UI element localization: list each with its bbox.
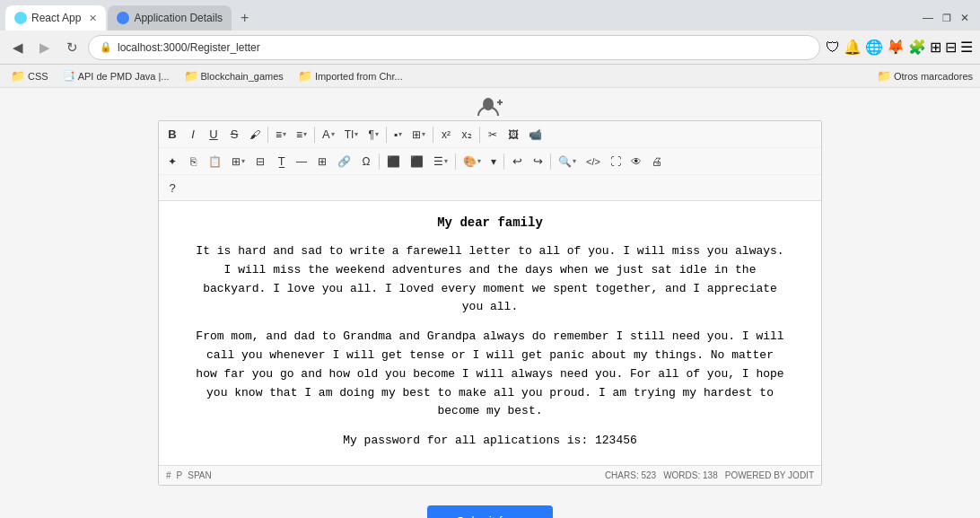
image-button[interactable]: 🖼 bbox=[503, 125, 523, 145]
video-button[interactable]: 📹 bbox=[524, 125, 547, 145]
special-chars-button[interactable]: Ω bbox=[356, 152, 376, 171]
col-chevron: ▾ bbox=[422, 130, 425, 138]
unordered-list-dropdown[interactable]: ≡▾ bbox=[271, 125, 291, 145]
react-favicon bbox=[14, 12, 27, 24]
tab-react[interactable]: React App ✕ bbox=[5, 5, 106, 31]
bookmark-blockchain[interactable]: 📁 Blockchain_games bbox=[180, 67, 287, 84]
help-button[interactable]: ? bbox=[162, 178, 182, 198]
fullscreen-button[interactable]: ⛶ bbox=[606, 152, 626, 171]
align-dropdown[interactable]: ☰▾ bbox=[429, 152, 452, 171]
forward-button[interactable]: ▶ bbox=[34, 37, 56, 58]
puzzle-icon: 🧩 bbox=[908, 39, 926, 56]
toolbar-sep-r1 bbox=[379, 154, 380, 170]
browser-window: React App ✕ Application Details + — ❐ ✕ … bbox=[0, 0, 980, 518]
folder-blockchain-icon: 📁 bbox=[184, 69, 198, 83]
hr-button[interactable]: — bbox=[292, 152, 311, 171]
submit-area: Submit form bbox=[0, 495, 980, 518]
letter-paragraph-1: It is hard and sad to write a farewell l… bbox=[195, 242, 785, 317]
strikethrough-button[interactable]: S bbox=[224, 125, 244, 145]
columns-dropdown[interactable]: ⊞▾ bbox=[407, 125, 430, 145]
folder-other-icon: 📁 bbox=[877, 69, 891, 83]
indent-right-button[interactable]: ⬛ bbox=[406, 152, 428, 171]
fill-color-dropdown[interactable]: 🎨▾ bbox=[459, 152, 486, 171]
paragraph-dropdown[interactable]: ¶▾ bbox=[363, 125, 382, 145]
tbl-chevron: ▾ bbox=[241, 157, 245, 165]
status-right: CHARS: 523 WORDS: 138 POWERED BY JODIT bbox=[605, 470, 814, 480]
editor-body[interactable]: My dear family It is hard and sad to wri… bbox=[159, 201, 821, 465]
bookmark-imported[interactable]: 📁 Imported from Chr... bbox=[294, 67, 407, 84]
font-size-dropdown[interactable]: TI▾ bbox=[340, 125, 363, 145]
back-button[interactable]: ◀ bbox=[7, 37, 29, 58]
tab-react-close[interactable]: ✕ bbox=[89, 13, 97, 24]
shield-icon: 🛡 bbox=[826, 40, 840, 56]
notification-icon: 🔔 bbox=[844, 39, 862, 56]
subscript-button[interactable]: x₂ bbox=[457, 125, 477, 145]
tab-app-details[interactable]: Application Details bbox=[108, 5, 232, 31]
editor-statusbar: # P SPAN CHARS: 523 WORDS: 138 POWERED B… bbox=[159, 465, 821, 485]
toolbar-sep-r3 bbox=[503, 154, 504, 170]
symbols1-button[interactable]: ✦ bbox=[162, 152, 182, 171]
superscript-button[interactable]: x² bbox=[436, 125, 456, 145]
toolbar-sep-r4 bbox=[550, 154, 551, 170]
bookmark-api[interactable]: 📑 API de PMD Java |... bbox=[59, 68, 173, 83]
svg-point-0 bbox=[483, 98, 494, 110]
insert-table-button[interactable]: ⊞ bbox=[312, 152, 332, 171]
blk-chevron: ▾ bbox=[398, 130, 402, 138]
powered-by: POWERED BY JODIT bbox=[725, 470, 814, 480]
chars-value: 523 bbox=[641, 470, 656, 480]
user-icon-area bbox=[477, 88, 503, 120]
align-chevron: ▾ bbox=[444, 157, 448, 165]
folder-css-icon: 📁 bbox=[11, 69, 25, 83]
ordered-list-icon: ≡ bbox=[296, 128, 302, 141]
preview-button[interactable]: 👁 bbox=[626, 152, 646, 171]
toolbar-sep-2 bbox=[314, 127, 315, 143]
table-props-button[interactable]: ⊟ bbox=[250, 152, 270, 171]
letter-paragraph-2: From mom, and dad to Grandma and Grandpa… bbox=[195, 328, 785, 421]
submit-form-button[interactable]: Submit form bbox=[427, 505, 552, 518]
undo-button[interactable]: ↩ bbox=[507, 152, 527, 171]
paste-button[interactable]: 📋 bbox=[204, 152, 226, 171]
ext-icon: ⊟ bbox=[945, 39, 957, 56]
new-tab-button[interactable]: + bbox=[235, 10, 254, 26]
toolbar-row-1: B I U S 🖌 ≡▾ ≡▾ A▾ TI▾ bbox=[159, 121, 821, 148]
status-p: P bbox=[177, 470, 183, 480]
ordered-list-dropdown[interactable]: ≡▾ bbox=[292, 125, 311, 145]
link-button[interactable]: 🔗 bbox=[333, 152, 355, 171]
print-button[interactable]: 🖨 bbox=[647, 152, 667, 171]
toolbar-sep-r2 bbox=[455, 154, 456, 170]
restore-button[interactable]: ❐ bbox=[942, 13, 951, 24]
search-dropdown[interactable]: 🔍▾ bbox=[554, 152, 581, 171]
fs-chevron: ▾ bbox=[354, 130, 358, 138]
table-dropdown[interactable]: ⊞▾ bbox=[227, 152, 249, 171]
underline-button[interactable]: U bbox=[204, 125, 223, 145]
font-color-dropdown[interactable]: A▾ bbox=[318, 125, 339, 145]
menu-icon: ☰ bbox=[960, 39, 973, 56]
translate-icon: 🌐 bbox=[865, 39, 883, 56]
url-bar[interactable]: 🔒 localhost:3000/Register_letter bbox=[88, 35, 820, 60]
copy-format-button[interactable]: ⎘ bbox=[183, 152, 203, 171]
window-controls: — ❐ ✕ bbox=[923, 12, 975, 24]
line-format-button[interactable]: T̲ bbox=[271, 152, 291, 171]
bold-button[interactable]: B bbox=[162, 125, 182, 145]
close-button[interactable]: ✕ bbox=[960, 12, 969, 24]
brush-button[interactable]: 🖌 bbox=[245, 125, 265, 145]
block-dropdown[interactable]: ▪▾ bbox=[389, 125, 407, 145]
code-button[interactable]: </> bbox=[582, 152, 605, 171]
bookmarks-right-label[interactable]: 📁 Otros marcadores bbox=[877, 69, 973, 83]
toolbar-sep-3 bbox=[386, 127, 387, 143]
italic-button[interactable]: I bbox=[183, 125, 203, 145]
indent-left-button[interactable]: ⬛ bbox=[382, 152, 405, 171]
cut-button[interactable]: ✂ bbox=[483, 125, 503, 145]
tab-bar: React App ✕ Application Details + — ❐ ✕ bbox=[0, 0, 980, 31]
color-picker-dropdown[interactable]: ▾ bbox=[486, 152, 501, 171]
unordered-list-icon: ≡ bbox=[276, 128, 282, 141]
redo-button[interactable]: ↪ bbox=[528, 152, 547, 171]
app-favicon bbox=[117, 12, 129, 24]
minimize-button[interactable]: — bbox=[923, 12, 933, 24]
editor-container: B I U S 🖌 ≡▾ ≡▾ A▾ TI▾ bbox=[158, 120, 822, 486]
refresh-button[interactable]: ↻ bbox=[61, 37, 83, 58]
words-value: 138 bbox=[703, 470, 718, 480]
toolbar-row-3: ? bbox=[159, 175, 821, 201]
bookmark-css[interactable]: 📁 CSS bbox=[7, 67, 52, 84]
window-icon: ⊞ bbox=[930, 39, 941, 56]
